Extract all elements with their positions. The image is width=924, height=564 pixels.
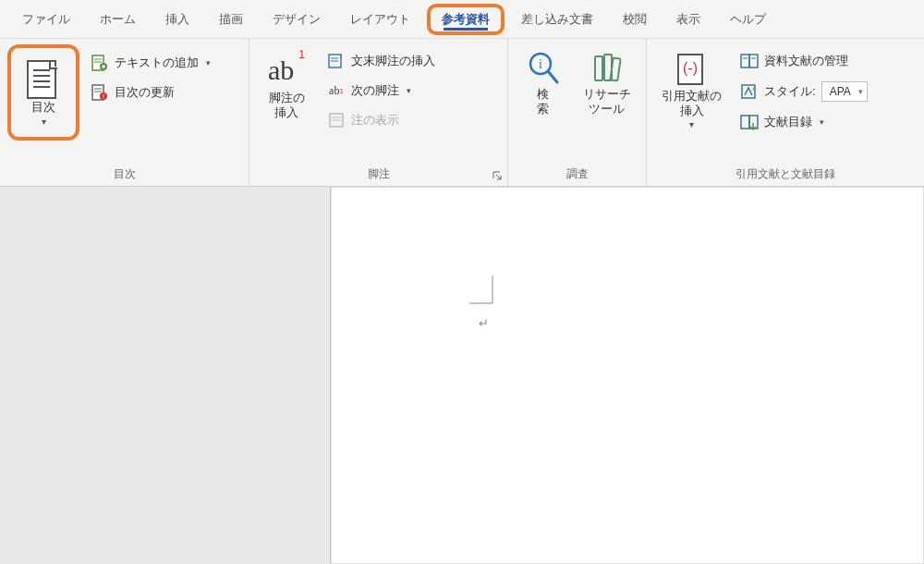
footnote-badge: 1	[298, 48, 305, 61]
group-footnotes-label: 脚注	[257, 163, 500, 184]
svg-text:i: i	[539, 57, 542, 71]
add-text-button[interactable]: テキストの追加 ▾	[85, 50, 216, 76]
group-citations: (-) 引用文献の 挿入 ▾ 資料文献の管理	[647, 39, 924, 186]
show-notes-button[interactable]: 注の表示	[322, 107, 441, 133]
insert-footnote-icon: ab 1	[264, 50, 309, 91]
next-footnote-button[interactable]: ab1 次の脚注 ▾	[322, 78, 441, 104]
footnotes-dialog-launcher[interactable]	[491, 169, 504, 182]
menu-bar: ファイル ホーム 挿入 描画 デザイン レイアウト 参考資料 差し込み文書 校閲…	[0, 0, 924, 39]
insert-endnote-icon: i	[327, 52, 346, 70]
document-page[interactable]: ↵	[331, 187, 924, 564]
citation-style-combo[interactable]: APA ▾	[821, 81, 868, 102]
researcher-label: リサーチ ツール	[583, 87, 631, 116]
insert-footnote-button[interactable]: ab 1 脚注の 挿入	[257, 44, 316, 125]
menu-view[interactable]: 表示	[663, 6, 713, 33]
menu-home[interactable]: ホーム	[87, 6, 149, 33]
insert-citation-icon: (-)	[674, 50, 711, 89]
group-footnotes: ab 1 脚注の 挿入 i 文末脚注の挿入	[249, 39, 508, 186]
update-toc-label: 目次の更新	[115, 84, 175, 101]
svg-text:(-): (-)	[683, 60, 698, 76]
style-label: スタイル:	[764, 83, 816, 100]
add-text-label: テキストの追加	[115, 55, 199, 71]
toc-icon	[25, 59, 62, 100]
menu-references[interactable]: 参考資料	[436, 9, 495, 30]
bibliography-button[interactable]: 文献目録 ▾	[735, 109, 873, 135]
update-toc-button[interactable]: ! 目次の更新	[85, 80, 216, 105]
chevron-down-icon: ▾	[820, 117, 824, 127]
toc-button-label: 目次	[31, 100, 55, 115]
highlight-references-tab: 参考資料	[427, 4, 505, 35]
researcher-button[interactable]: リサーチ ツール	[576, 44, 638, 121]
svg-rect-31	[741, 55, 749, 67]
add-text-icon	[91, 54, 109, 72]
svg-rect-32	[749, 55, 758, 67]
toc-button[interactable]: 目次 ▾	[17, 54, 70, 133]
svg-rect-36	[741, 116, 749, 129]
show-notes-icon	[327, 111, 346, 129]
citation-style-row: スタイル: APA ▾	[735, 78, 873, 105]
next-footnote-label: 次の脚注	[351, 82, 399, 99]
menu-design[interactable]: デザイン	[260, 6, 334, 33]
menu-help[interactable]: ヘルプ	[717, 6, 779, 33]
menu-mailings[interactable]: 差し込み文書	[508, 6, 606, 33]
books-icon	[590, 50, 624, 87]
svg-rect-26	[595, 56, 602, 80]
group-research: i 検 索 リサーチ ツール 調査	[508, 39, 647, 186]
citation-style-value: APA	[830, 85, 851, 98]
menu-review[interactable]: 校閲	[610, 6, 660, 33]
menu-layout[interactable]: レイアウト	[337, 6, 423, 33]
ribbon: 目次 ▾ テキストの	[0, 39, 924, 187]
group-toc: 目次 ▾ テキストの	[0, 39, 249, 186]
group-research-label: 調査	[516, 163, 638, 184]
next-footnote-icon: ab1	[327, 81, 346, 100]
manage-sources-button[interactable]: 資料文献の管理	[735, 48, 873, 74]
svg-text:!: !	[103, 93, 104, 100]
search-icon: i	[527, 50, 560, 87]
style-icon	[740, 82, 759, 101]
search-label: 検 索	[537, 87, 549, 116]
insert-endnote-button[interactable]: i 文末脚注の挿入	[322, 48, 441, 74]
group-toc-label: 目次	[7, 163, 241, 184]
chevron-down-icon: ▾	[42, 116, 46, 128]
insert-endnote-label: 文末脚注の挿入	[351, 53, 435, 69]
group-citations-label: 引用文献と文献目録	[654, 163, 917, 184]
chevron-down-icon: ▾	[689, 119, 694, 130]
bibliography-label: 文献目録	[764, 114, 812, 130]
svg-line-24	[548, 71, 557, 82]
chevron-down-icon: ▾	[407, 86, 411, 95]
insert-citation-button[interactable]: (-) 引用文献の 挿入 ▾	[654, 44, 729, 136]
update-toc-icon: !	[91, 83, 109, 102]
manage-sources-icon	[740, 52, 759, 70]
search-button[interactable]: i 検 索	[517, 44, 570, 121]
document-area: ↵	[0, 187, 924, 564]
show-notes-label: 注の表示	[351, 112, 399, 129]
navigation-pane[interactable]	[0, 187, 331, 564]
insert-footnote-label: 脚注の 挿入	[269, 91, 305, 119]
highlight-toc-button: 目次 ▾	[7, 44, 79, 141]
chevron-down-icon: ▾	[206, 58, 211, 67]
chevron-down-icon: ▾	[858, 87, 863, 96]
menu-insert[interactable]: 挿入	[152, 6, 202, 33]
bibliography-icon	[740, 113, 759, 131]
manage-sources-label: 資料文献の管理	[764, 53, 848, 69]
menu-draw[interactable]: 描画	[206, 6, 256, 33]
insert-citation-label: 引用文献の 挿入	[662, 89, 722, 117]
menu-file[interactable]: ファイル	[9, 6, 83, 33]
paragraph-mark-icon: ↵	[479, 316, 489, 330]
page-margin-corner-icon	[469, 276, 493, 307]
